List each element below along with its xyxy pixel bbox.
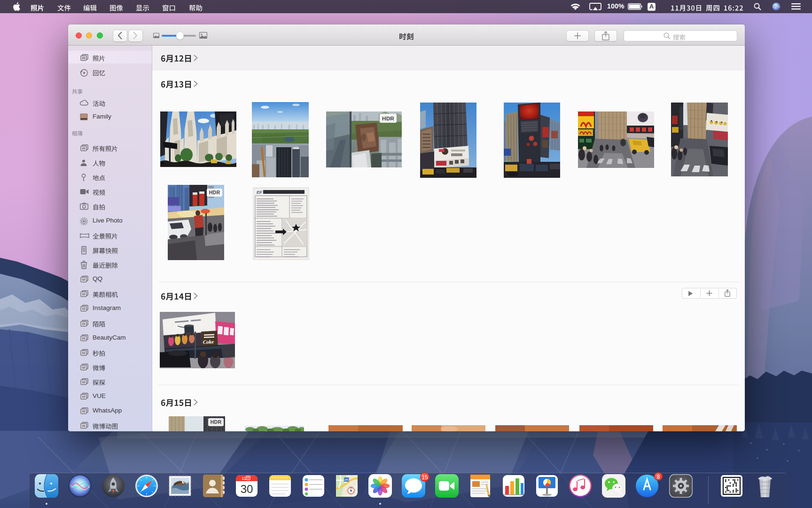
svg-text:3D: 3D [350,487,353,489]
svg-text:Coke: Coke [203,339,214,345]
svg-text:EF: EF [257,190,262,195]
svg-text:11: 11 [242,476,246,481]
svg-text:30: 30 [241,483,253,495]
svg-text:280: 280 [344,478,349,481]
